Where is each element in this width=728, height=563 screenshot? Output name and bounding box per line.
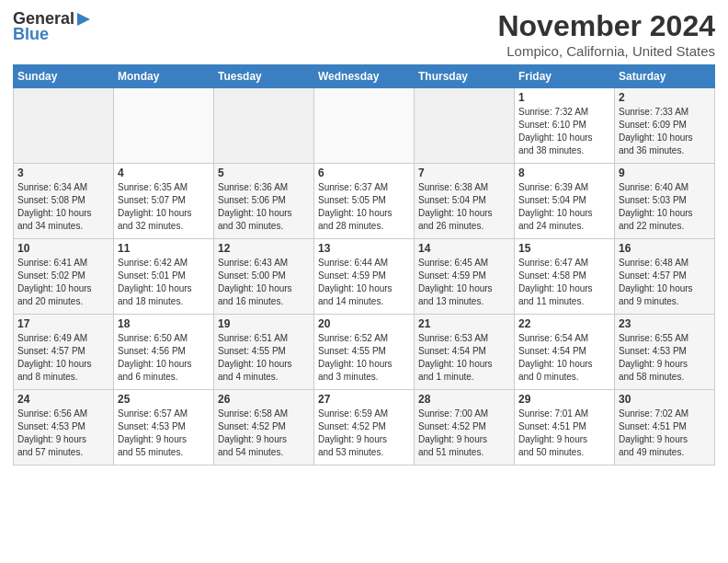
day-info: Sunrise: 7:00 AM Sunset: 4:52 PM Dayligh… [418, 408, 510, 459]
day-number: 6 [318, 167, 410, 179]
main-container: General Blue November 2024 Lompico, Cali… [0, 0, 728, 471]
calendar-cell: 3Sunrise: 6:34 AM Sunset: 5:08 PM Daylig… [14, 164, 114, 239]
calendar-cell: 14Sunrise: 6:45 AM Sunset: 4:59 PM Dayli… [415, 239, 515, 315]
calendar-week-row: 24Sunrise: 6:56 AM Sunset: 4:53 PM Dayli… [14, 390, 715, 465]
col-monday: Monday [114, 65, 214, 88]
day-info: Sunrise: 6:50 AM Sunset: 4:56 PM Dayligh… [118, 332, 210, 384]
col-saturday: Saturday [615, 65, 715, 88]
day-number: 19 [218, 317, 310, 330]
calendar-cell: 4Sunrise: 6:35 AM Sunset: 5:07 PM Daylig… [114, 164, 214, 239]
calendar-cell: 29Sunrise: 7:01 AM Sunset: 4:51 PM Dayli… [515, 390, 615, 465]
day-info: Sunrise: 6:59 AM Sunset: 4:52 PM Dayligh… [318, 408, 410, 459]
day-number: 16 [619, 242, 711, 255]
day-info: Sunrise: 6:42 AM Sunset: 5:01 PM Dayligh… [118, 257, 210, 308]
day-number: 18 [118, 317, 210, 330]
calendar-cell: 2Sunrise: 7:33 AM Sunset: 6:09 PM Daylig… [615, 88, 715, 164]
month-title: November 2024 [497, 9, 715, 43]
calendar-cell: 18Sunrise: 6:50 AM Sunset: 4:56 PM Dayli… [114, 315, 214, 390]
day-info: Sunrise: 6:52 AM Sunset: 4:55 PM Dayligh… [318, 332, 410, 384]
day-info: Sunrise: 6:58 AM Sunset: 4:52 PM Dayligh… [218, 408, 310, 459]
day-info: Sunrise: 6:44 AM Sunset: 4:59 PM Dayligh… [318, 257, 410, 308]
calendar-cell [415, 88, 515, 164]
day-number: 22 [518, 317, 610, 330]
day-info: Sunrise: 6:45 AM Sunset: 4:59 PM Dayligh… [418, 257, 510, 308]
calendar-cell [14, 88, 114, 164]
logo-arrow-icon [75, 11, 92, 28]
calendar-cell: 24Sunrise: 6:56 AM Sunset: 4:53 PM Dayli… [14, 390, 114, 465]
calendar-cell: 17Sunrise: 6:49 AM Sunset: 4:57 PM Dayli… [14, 315, 114, 390]
day-number: 8 [518, 167, 610, 179]
day-number: 23 [619, 317, 711, 330]
svg-marker-0 [77, 13, 90, 26]
day-number: 30 [619, 393, 711, 406]
day-number: 5 [218, 167, 310, 179]
day-number: 28 [418, 393, 510, 406]
calendar-cell: 23Sunrise: 6:55 AM Sunset: 4:53 PM Dayli… [615, 315, 715, 390]
calendar-cell: 6Sunrise: 6:37 AM Sunset: 5:05 PM Daylig… [314, 164, 415, 239]
calendar-cell [314, 88, 415, 164]
day-number: 21 [418, 317, 510, 330]
calendar-cell: 28Sunrise: 7:00 AM Sunset: 4:52 PM Dayli… [415, 390, 515, 465]
logo-blue-text: Blue [13, 25, 49, 44]
day-number: 11 [118, 242, 210, 255]
calendar-week-row: 10Sunrise: 6:41 AM Sunset: 5:02 PM Dayli… [14, 239, 715, 315]
calendar-cell: 20Sunrise: 6:52 AM Sunset: 4:55 PM Dayli… [314, 315, 415, 390]
day-number: 1 [518, 91, 610, 104]
day-number: 3 [17, 167, 109, 179]
calendar-cell: 30Sunrise: 7:02 AM Sunset: 4:51 PM Dayli… [615, 390, 715, 465]
col-thursday: Thursday [415, 65, 515, 88]
day-info: Sunrise: 6:43 AM Sunset: 5:00 PM Dayligh… [218, 257, 310, 308]
col-friday: Friday [515, 65, 615, 88]
calendar-week-row: 3Sunrise: 6:34 AM Sunset: 5:08 PM Daylig… [14, 164, 715, 239]
day-info: Sunrise: 6:53 AM Sunset: 4:54 PM Dayligh… [418, 332, 510, 384]
calendar-cell: 21Sunrise: 6:53 AM Sunset: 4:54 PM Dayli… [415, 315, 515, 390]
day-info: Sunrise: 6:49 AM Sunset: 4:57 PM Dayligh… [17, 332, 109, 384]
day-info: Sunrise: 6:35 AM Sunset: 5:07 PM Dayligh… [118, 181, 210, 233]
calendar-cell: 1Sunrise: 7:32 AM Sunset: 6:10 PM Daylig… [515, 88, 615, 164]
day-number: 9 [619, 167, 711, 179]
day-info: Sunrise: 6:55 AM Sunset: 4:53 PM Dayligh… [619, 332, 711, 384]
day-info: Sunrise: 6:54 AM Sunset: 4:54 PM Dayligh… [518, 332, 610, 384]
calendar-cell: 8Sunrise: 6:39 AM Sunset: 5:04 PM Daylig… [515, 164, 615, 239]
location-title: Lompico, California, United States [497, 43, 715, 59]
calendar-cell: 26Sunrise: 6:58 AM Sunset: 4:52 PM Dayli… [214, 390, 314, 465]
day-number: 29 [518, 393, 610, 406]
day-info: Sunrise: 6:48 AM Sunset: 4:57 PM Dayligh… [619, 257, 711, 308]
day-number: 17 [17, 317, 109, 330]
day-info: Sunrise: 6:39 AM Sunset: 5:04 PM Dayligh… [518, 181, 610, 233]
day-info: Sunrise: 7:33 AM Sunset: 6:09 PM Dayligh… [619, 106, 711, 157]
title-area: November 2024 Lompico, California, Unite… [497, 9, 715, 59]
day-number: 24 [17, 393, 109, 406]
calendar-week-row: 17Sunrise: 6:49 AM Sunset: 4:57 PM Dayli… [14, 315, 715, 390]
day-info: Sunrise: 6:47 AM Sunset: 4:58 PM Dayligh… [518, 257, 610, 308]
day-number: 2 [619, 91, 711, 104]
calendar-cell [214, 88, 314, 164]
day-info: Sunrise: 6:41 AM Sunset: 5:02 PM Dayligh… [17, 257, 109, 308]
calendar-header-row: Sunday Monday Tuesday Wednesday Thursday… [14, 65, 715, 88]
calendar-cell: 22Sunrise: 6:54 AM Sunset: 4:54 PM Dayli… [515, 315, 615, 390]
logo: General Blue [13, 9, 92, 44]
calendar-cell: 27Sunrise: 6:59 AM Sunset: 4:52 PM Dayli… [314, 390, 415, 465]
calendar-cell: 11Sunrise: 6:42 AM Sunset: 5:01 PM Dayli… [114, 239, 214, 315]
day-info: Sunrise: 6:56 AM Sunset: 4:53 PM Dayligh… [17, 408, 109, 459]
calendar-cell: 12Sunrise: 6:43 AM Sunset: 5:00 PM Dayli… [214, 239, 314, 315]
calendar-cell: 5Sunrise: 6:36 AM Sunset: 5:06 PM Daylig… [214, 164, 314, 239]
day-number: 7 [418, 167, 510, 179]
calendar-week-row: 1Sunrise: 7:32 AM Sunset: 6:10 PM Daylig… [14, 88, 715, 164]
header: General Blue November 2024 Lompico, Cali… [13, 9, 715, 59]
day-number: 26 [218, 393, 310, 406]
day-number: 13 [318, 242, 410, 255]
col-tuesday: Tuesday [214, 65, 314, 88]
day-info: Sunrise: 6:57 AM Sunset: 4:53 PM Dayligh… [118, 408, 210, 459]
calendar-cell: 25Sunrise: 6:57 AM Sunset: 4:53 PM Dayli… [114, 390, 214, 465]
calendar-cell: 7Sunrise: 6:38 AM Sunset: 5:04 PM Daylig… [415, 164, 515, 239]
col-sunday: Sunday [14, 65, 114, 88]
day-info: Sunrise: 7:02 AM Sunset: 4:51 PM Dayligh… [619, 408, 711, 459]
day-number: 20 [318, 317, 410, 330]
calendar-cell: 13Sunrise: 6:44 AM Sunset: 4:59 PM Dayli… [314, 239, 415, 315]
col-wednesday: Wednesday [314, 65, 415, 88]
calendar-cell: 15Sunrise: 6:47 AM Sunset: 4:58 PM Dayli… [515, 239, 615, 315]
day-number: 12 [218, 242, 310, 255]
day-info: Sunrise: 6:40 AM Sunset: 5:03 PM Dayligh… [619, 181, 711, 233]
calendar-cell: 9Sunrise: 6:40 AM Sunset: 5:03 PM Daylig… [615, 164, 715, 239]
